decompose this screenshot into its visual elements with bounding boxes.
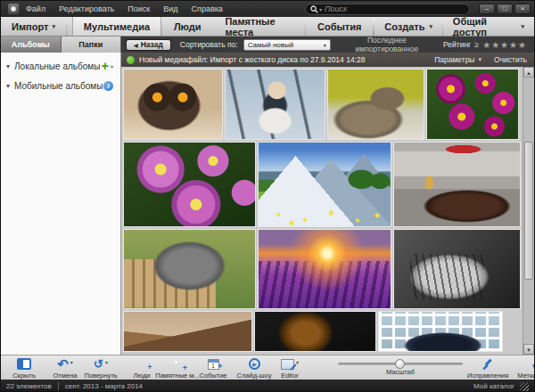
create-button[interactable]: Создать ▾	[374, 17, 442, 36]
photo-thumbnail-alpine-meadow[interactable]	[258, 142, 391, 227]
add-places-button[interactable]: Памятные м...	[164, 357, 191, 380]
last-imported-label[interactable]: Последнее импортированное	[336, 36, 438, 53]
search-input[interactable]	[325, 4, 465, 13]
toolbar-button-label: Повернуть	[84, 372, 117, 380]
photo-thumbnail-primrose[interactable]	[426, 69, 519, 140]
import-status-bar: Новый медиафайл: Импорт с жесткого диска…	[121, 53, 534, 67]
maximize-button[interactable]: □	[497, 4, 513, 14]
sort-select[interactable]: Самый новый ▾	[243, 39, 331, 51]
sidebar-item-mobile-albums[interactable]: ▾ Мобильные альбомы	[1, 76, 120, 95]
share-button[interactable]: Общий доступ ▾	[443, 17, 534, 36]
item-count: 22 элементов	[6, 382, 52, 390]
hide-panel-button[interactable]: Скрыть	[11, 357, 37, 380]
photo-thumbnail-tabby-cat[interactable]	[327, 69, 424, 140]
undo-button[interactable]: ↶▾ Отмена	[52, 357, 78, 380]
toolbar-button-label: Editor	[281, 372, 299, 380]
share-button-label: Общий доступ	[453, 16, 517, 37]
back-arrow-icon: ◀	[134, 42, 138, 48]
sort-by-label: Сортировать по:	[180, 40, 238, 49]
menu-help[interactable]: Справка	[192, 4, 223, 13]
plus-icon	[183, 363, 187, 372]
grid-row	[123, 311, 521, 352]
menu-edit[interactable]: Редактировать	[59, 4, 114, 13]
rating-filter[interactable]: Рейтинг ≥ ★★★★★	[443, 40, 527, 50]
zoom-slider-track[interactable]	[338, 363, 463, 365]
search-scope-chevron-icon[interactable]: ▾	[319, 6, 322, 12]
panel-tab-albums[interactable]: Альбомы	[1, 37, 62, 53]
search-box[interactable]: ▾	[305, 4, 470, 15]
disclosure-triangle-icon[interactable]: ▾	[6, 62, 10, 70]
photo-thumbnail-bugatti[interactable]	[393, 142, 521, 227]
toolbar-button-label: Скрыть	[12, 372, 36, 380]
photo-thumbnail-suv-building[interactable]	[378, 311, 503, 352]
map-pin-icon	[172, 358, 183, 371]
resize-grip[interactable]	[520, 382, 529, 391]
photo-thumbnail-dark-cat[interactable]	[254, 311, 376, 352]
chevron-down-icon[interactable]: ▾	[105, 359, 108, 365]
scroll-up-button[interactable]: ▲	[523, 67, 534, 78]
scroll-down-button[interactable]: ▼	[523, 344, 534, 355]
photo-thumbnail-lavender-sunset[interactable]	[258, 229, 391, 309]
add-people-button[interactable]: Люди	[128, 357, 155, 380]
chevron-down-icon: ▾	[324, 42, 326, 48]
slideshow-button[interactable]: ▶ Слайд-шоу	[241, 357, 268, 380]
sidebar-item-local-albums[interactable]: ▾ Локальные альбомы ▾	[1, 56, 120, 76]
tabbar-right: Создать ▾ Общий доступ ▾	[374, 17, 534, 36]
options-button[interactable]: Параметры ▾	[434, 55, 482, 64]
tab-places[interactable]: Памятные места	[213, 17, 305, 36]
menu-view[interactable]: Вид	[163, 4, 177, 13]
chevron-down-icon[interactable]: ▾	[70, 359, 73, 365]
sidebar-item-label: Мобильные альбомы	[14, 81, 103, 91]
close-button[interactable]: ×	[514, 4, 531, 14]
titlebar: Файл Редактировать Поиск Вид Справка ▾ –…	[1, 1, 534, 17]
play-icon: ▶	[249, 358, 260, 370]
search-icon	[310, 5, 318, 13]
import-button[interactable]: Импорт ▾	[1, 17, 66, 36]
rating-operator[interactable]: ≥	[474, 40, 479, 49]
main-tabbar: Импорт ▾ Мультимедиа Люди Памятные места…	[1, 17, 534, 37]
catalog-name: Мой каталог	[473, 382, 514, 390]
photo-thumbnail-dunes[interactable]	[123, 311, 252, 352]
scrollbar-thumb[interactable]	[524, 142, 533, 280]
menubar: Файл Редактировать Поиск Вид Справка	[26, 4, 223, 13]
photo-thumbnail-tiger-bw[interactable]	[393, 229, 521, 309]
clear-button[interactable]: Очистить	[494, 55, 527, 64]
instant-fix-button[interactable]: Исправления	[467, 357, 508, 380]
panel-tab-folders[interactable]: Папки	[62, 37, 122, 53]
chevron-down-icon: ▾	[52, 23, 55, 30]
add-album-button[interactable]	[102, 61, 109, 71]
import-bar-actions: Параметры ▾ Очистить	[434, 55, 527, 64]
vertical-scrollbar[interactable]: ▲ ▼	[523, 67, 534, 355]
scrollbar-track[interactable]	[523, 78, 534, 344]
plus-icon	[147, 363, 152, 372]
toolbar-button-label: Метки/Инфо...	[517, 372, 535, 380]
import-button-label: Импорт	[12, 21, 48, 32]
photo-editor-icon	[281, 359, 294, 370]
import-status-text: Новый медиафайл: Импорт с жесткого диска…	[139, 55, 430, 64]
zoom-label: Масштаб	[386, 368, 415, 376]
rating-stars[interactable]: ★★★★★	[482, 40, 527, 50]
view-tabs: Мультимедиа Люди Памятные места События	[72, 17, 374, 36]
tags-info-button[interactable]: Метки/Инфо...	[517, 357, 535, 380]
rotate-button[interactable]: ↺▾ Повернуть	[87, 357, 114, 380]
toolbar-button-label: Отмена	[54, 372, 78, 380]
photo-thumbnail-winter-girl[interactable]	[225, 69, 325, 140]
chevron-down-icon[interactable]: ▾	[111, 63, 113, 69]
back-button[interactable]: ◀ Назад	[126, 39, 171, 51]
menu-file[interactable]: Файл	[26, 4, 45, 13]
photo-thumbnail-brown-cat[interactable]	[123, 69, 223, 140]
tab-events[interactable]: События	[306, 17, 373, 36]
tab-people[interactable]: Люди	[162, 17, 213, 36]
photo-thumbnail-primula[interactable]	[123, 142, 256, 227]
menu-find[interactable]: Поиск	[128, 4, 150, 13]
add-event-button[interactable]: 1 Событие	[200, 357, 226, 380]
rotate-icon: ↺	[94, 358, 103, 371]
divider	[66, 17, 67, 36]
info-icon[interactable]	[103, 81, 113, 91]
minimize-button[interactable]: –	[479, 4, 495, 14]
photo-thumbnail-cat-on-fence[interactable]	[123, 229, 256, 309]
tab-multimedia[interactable]: Мультимедиа	[72, 17, 161, 36]
disclosure-triangle-icon[interactable]: ▾	[6, 82, 10, 90]
subbar: Альбомы Папки ◀ Назад Сортировать по: Са…	[1, 37, 534, 53]
editor-button[interactable]: ▾ Editor	[276, 357, 303, 380]
